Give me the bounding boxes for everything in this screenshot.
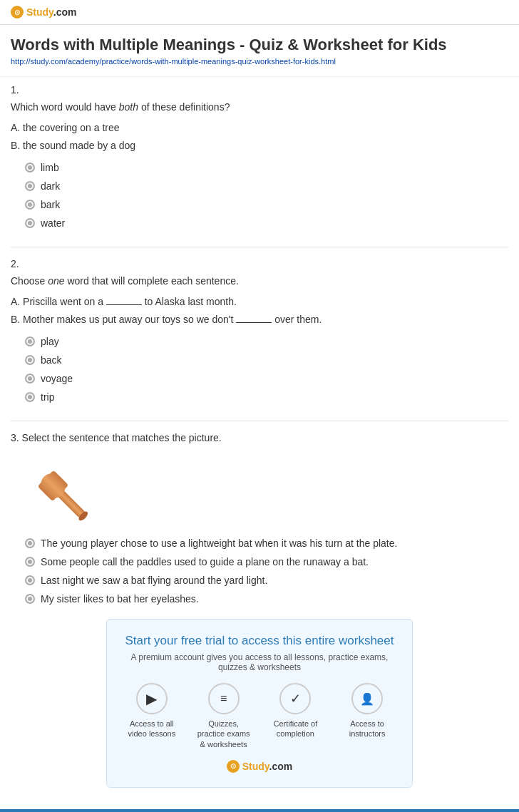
question-2: 2. Choose one word that will complete ea…	[11, 258, 508, 421]
premium-icons: ▶ Access to all video lessons ≡ Quizzes,…	[125, 683, 394, 749]
radio-dark[interactable]	[25, 181, 35, 191]
radio-bat-4[interactable]	[25, 594, 35, 604]
page-header: Words with Multiple Meanings - Quiz & Wo…	[0, 25, 519, 77]
question-1-options: limb dark bark water	[25, 162, 508, 229]
cert-icon: ✓	[279, 683, 311, 714]
quizzes-label: Quizzes, practice exams & worksheets	[197, 719, 251, 749]
option-water[interactable]: water	[25, 217, 508, 229]
premium-box: Start your free trial to access this ent…	[106, 619, 413, 788]
question-3-number: 3. Select the sentence that matches the …	[11, 432, 508, 443]
premium-subtitle: A premium account gives you access to al…	[125, 652, 394, 672]
option-trip[interactable]: trip	[25, 391, 508, 403]
option-back-label: back	[41, 354, 62, 366]
content-area: 1. Which word would have both of these d…	[0, 77, 519, 809]
question-2-options: play back voyage trip	[25, 336, 508, 403]
logo[interactable]: ⊙ Study.com	[11, 6, 77, 19]
option-limb-label: limb	[41, 162, 59, 173]
radio-bat-3[interactable]	[25, 575, 35, 585]
video-label: Access to all video lessons	[125, 719, 179, 739]
option-bat-3-label: Last night we saw a bat flying around th…	[41, 575, 267, 586]
question-1-def-b: B. the sound made by a dog	[11, 138, 508, 153]
radio-voyage[interactable]	[25, 374, 35, 384]
video-icon: ▶	[136, 683, 168, 714]
radio-trip[interactable]	[25, 392, 35, 402]
option-voyage-label: voyage	[41, 373, 73, 384]
premium-icon-video: ▶ Access to all video lessons	[125, 683, 179, 749]
radio-play[interactable]	[25, 336, 35, 346]
option-limb[interactable]: limb	[25, 162, 508, 173]
option-bat-1[interactable]: The young player chose to use a lightwei…	[25, 538, 508, 549]
option-bat-4[interactable]: My sister likes to bat her eyelashes.	[25, 593, 508, 605]
radio-water[interactable]	[25, 218, 35, 228]
option-play-label: play	[41, 336, 59, 347]
option-bat-1-label: The young player chose to use a lightwei…	[41, 538, 397, 549]
option-bat-2[interactable]: Some people call the paddles used to gui…	[25, 556, 508, 567]
premium-logo-text: Study.com	[242, 761, 293, 772]
radio-back[interactable]	[25, 355, 35, 365]
instructors-label: Access to instructors	[340, 719, 394, 739]
option-play[interactable]: play	[25, 336, 508, 347]
option-back[interactable]: back	[25, 354, 508, 366]
option-dark-label: dark	[41, 180, 60, 192]
option-water-label: water	[41, 217, 65, 229]
bat-image	[25, 451, 96, 529]
instructors-icon: 👤	[351, 683, 383, 714]
option-trip-label: trip	[41, 391, 54, 403]
page-url[interactable]: http://study.com/academy/practice/words-…	[11, 57, 508, 66]
quizzes-icon: ≡	[208, 683, 240, 714]
premium-icon-quizzes: ≡ Quizzes, practice exams & worksheets	[197, 683, 251, 749]
premium-logo: ⊙ Study.com	[125, 760, 394, 773]
option-bat-3[interactable]: Last night we saw a bat flying around th…	[25, 575, 508, 586]
premium-icon-cert: ✓ Certificate of completion	[269, 683, 323, 749]
option-dark[interactable]: dark	[25, 180, 508, 192]
top-bar: ⊙ Study.com	[0, 0, 519, 25]
option-bark[interactable]: bark	[25, 199, 508, 210]
option-bat-4-label: My sister likes to bat her eyelashes.	[41, 593, 199, 605]
radio-bat-2[interactable]	[25, 557, 35, 567]
question-3-options: The young player chose to use a lightwei…	[25, 538, 508, 605]
radio-bat-1[interactable]	[25, 538, 35, 548]
question-2-number: 2.	[11, 258, 508, 269]
question-1: 1. Which word would have both of these d…	[11, 84, 508, 247]
question-1-text: Which word would have both of these defi…	[11, 100, 508, 115]
question-2-sentence-a: A. Priscilla went on a to Alaska last mo…	[11, 294, 508, 309]
footer-bar: This worksheet is part of an online cour…	[0, 809, 519, 812]
cert-label: Certificate of completion	[269, 719, 323, 739]
bat-svg	[25, 451, 96, 536]
question-3: 3. Select the sentence that matches the …	[11, 432, 508, 605]
option-voyage[interactable]: voyage	[25, 373, 508, 384]
radio-limb[interactable]	[25, 163, 35, 173]
option-bat-2-label: Some people call the paddles used to gui…	[41, 556, 369, 567]
option-bark-label: bark	[41, 199, 60, 210]
question-2-sentence-b: B. Mother makes us put away our toys so …	[11, 312, 508, 327]
question-2-text: Choose one word that will complete each …	[11, 274, 508, 289]
radio-bark[interactable]	[25, 200, 35, 210]
question-1-number: 1.	[11, 84, 508, 96]
question-1-def-a: A. the covering on a tree	[11, 120, 508, 135]
premium-title: Start your free trial to access this ent…	[125, 634, 394, 648]
premium-icon-instructors: 👤 Access to instructors	[340, 683, 394, 749]
logo-icon: ⊙	[11, 6, 24, 19]
premium-logo-icon: ⊙	[227, 760, 240, 773]
page-title: Words with Multiple Meanings - Quiz & Wo…	[11, 36, 508, 54]
logo-text: Study.com	[26, 6, 77, 18]
